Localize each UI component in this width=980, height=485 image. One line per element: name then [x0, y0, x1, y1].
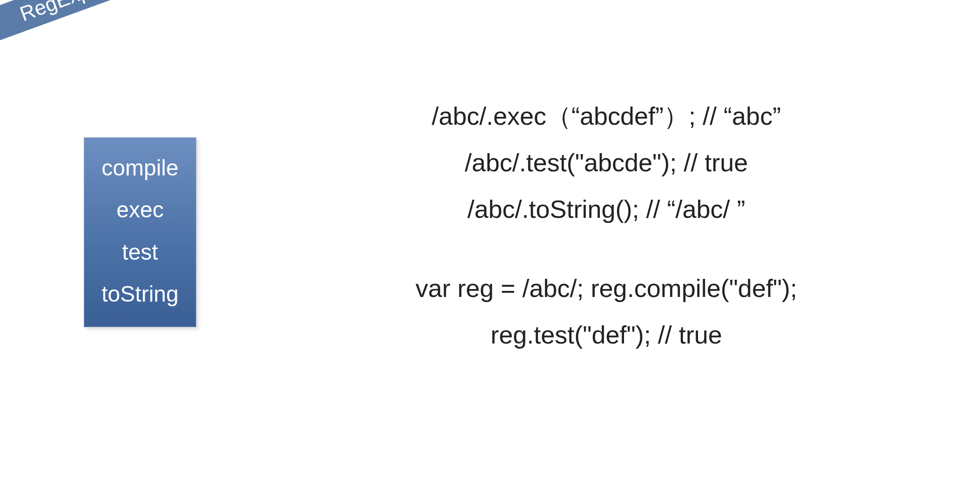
ribbon-text: RegExp对象方法 [17, 0, 170, 25]
code-line: /abc/.toString(); // “/abc/ ” [251, 186, 961, 233]
code-line: /abc/.exec（“abcdef”）; // “abc” [251, 93, 961, 140]
method-item: test [84, 231, 196, 273]
method-item: compile [84, 147, 196, 189]
code-area: /abc/.exec（“abcdef”）; // “abc” /abc/.tes… [251, 93, 961, 358]
method-item: exec [84, 189, 196, 231]
code-line: reg.test("def"); // true [251, 312, 961, 358]
blank-line [251, 233, 961, 265]
methods-box: compile exec test toString [84, 137, 196, 327]
title-ribbon: RegExp对象方法 [0, 0, 207, 50]
code-line: var reg = /abc/; reg.compile("def"); [251, 265, 961, 312]
method-item: toString [84, 273, 196, 315]
code-line: /abc/.test("abcde"); // true [251, 140, 961, 186]
